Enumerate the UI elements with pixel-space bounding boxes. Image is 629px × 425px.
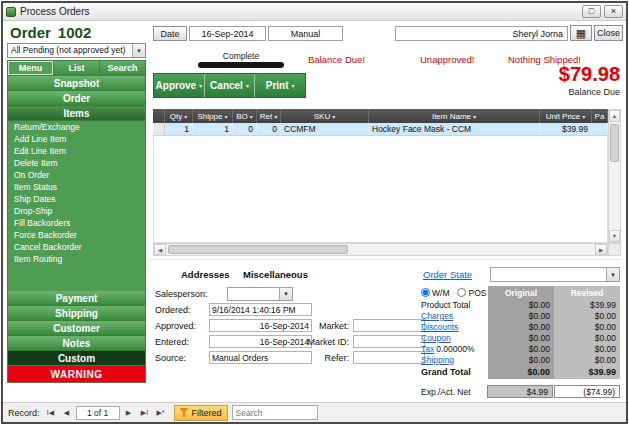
sidebar-item-cancel-backorder[interactable]: Cancel Backorder bbox=[8, 241, 145, 253]
discounts-link[interactable]: Discounts bbox=[421, 322, 488, 332]
vertical-scroll-thumb[interactable] bbox=[610, 124, 619, 162]
pos-radio-input[interactable] bbox=[457, 288, 466, 297]
market-id-label: Market ID: bbox=[303, 337, 349, 347]
previous-record-button[interactable]: ◀ bbox=[60, 406, 74, 420]
close-window-button[interactable]: × bbox=[604, 5, 623, 18]
cell-unit-price[interactable]: $39.99 bbox=[540, 123, 592, 135]
column-header-item-name[interactable]: Item Name▾ bbox=[369, 109, 540, 123]
sidebar-section-custom[interactable]: Custom bbox=[8, 351, 145, 366]
tax-link[interactable]: Tax bbox=[421, 344, 434, 354]
salesperson-combobox[interactable]: ▾ bbox=[227, 287, 293, 301]
sidebar-item-edit-line-item[interactable]: Edit Line Item bbox=[8, 145, 145, 157]
cell-qty[interactable]: 1 bbox=[165, 123, 193, 135]
market-id-field[interactable] bbox=[353, 335, 425, 348]
customer-name-field[interactable]: Sheryl Jorna bbox=[395, 26, 568, 41]
sidebar-item-delete-item[interactable]: Delete Item bbox=[8, 157, 145, 169]
sidebar-section-customer[interactable]: Customer bbox=[8, 321, 145, 336]
record-search-input[interactable] bbox=[232, 405, 318, 420]
order-date-field[interactable]: 16-Sep-2014 bbox=[189, 26, 266, 41]
tab-addresses[interactable]: Addresses bbox=[181, 269, 230, 280]
cell-ret[interactable]: 0 bbox=[257, 123, 281, 135]
source-field[interactable]: Manual Orders bbox=[209, 351, 312, 364]
cell-sku[interactable]: CCMFM bbox=[281, 123, 369, 135]
warning-button[interactable]: WARNING bbox=[8, 366, 145, 382]
column-header-sku[interactable]: SKU▾ bbox=[281, 109, 369, 123]
column-header-qty[interactable]: Qty▾ bbox=[165, 109, 193, 123]
cancel-button[interactable]: Cancel ▾ bbox=[205, 74, 256, 97]
tab-miscellaneous[interactable]: Miscellaneous bbox=[243, 269, 308, 280]
sidebar-section-order[interactable]: Order bbox=[8, 91, 145, 106]
pos-radio[interactable]: POS bbox=[457, 288, 486, 298]
horizontal-scroll-track[interactable] bbox=[166, 244, 595, 255]
sidebar-item-on-order[interactable]: On Order bbox=[8, 169, 145, 181]
sidebar-item-force-backorder[interactable]: Force Backorder bbox=[8, 229, 145, 241]
row-selector-header[interactable] bbox=[153, 109, 165, 123]
cell-pa[interactable] bbox=[592, 123, 608, 135]
row-selector[interactable] bbox=[153, 123, 165, 135]
scroll-right-icon[interactable]: ▶ bbox=[595, 244, 607, 255]
sidebar-section-payment[interactable]: Payment bbox=[8, 291, 145, 306]
vertical-scrollbar[interactable]: ▲ ▼ bbox=[608, 109, 621, 243]
approve-button[interactable]: Approve ▾ bbox=[154, 74, 205, 97]
sidebar-section-shipping[interactable]: Shipping bbox=[8, 306, 145, 321]
cell-shipped[interactable]: 1 bbox=[193, 123, 233, 135]
refer-field[interactable] bbox=[353, 351, 425, 364]
column-header-shipped[interactable]: Shippe▾ bbox=[193, 109, 233, 123]
column-header-unit-price[interactable]: Unit Price▾ bbox=[540, 109, 592, 123]
scroll-up-icon[interactable]: ▲ bbox=[609, 110, 620, 122]
vertical-scroll-track[interactable] bbox=[609, 122, 620, 230]
sidebar-section-notes[interactable]: Notes bbox=[8, 336, 145, 351]
scroll-left-icon[interactable]: ◀ bbox=[154, 244, 166, 255]
record-position[interactable]: 1 of 1 bbox=[76, 406, 120, 420]
window-controls: □ × bbox=[582, 5, 623, 18]
sidebar-item-item-status[interactable]: Item Status bbox=[8, 181, 145, 193]
column-header-ret[interactable]: Ret▾ bbox=[257, 109, 281, 123]
column-header-pa[interactable]: Pa bbox=[592, 109, 608, 123]
entered-field[interactable]: 16-Sep-2014 bbox=[209, 335, 312, 348]
tab-search[interactable]: Search bbox=[100, 61, 145, 75]
sidebar-item-ship-dates[interactable]: Ship Dates bbox=[8, 193, 145, 205]
approved-field[interactable]: 16-Sep-2014 bbox=[209, 319, 312, 332]
scroll-down-icon[interactable]: ▼ bbox=[609, 230, 620, 242]
charges-link[interactable]: Charges bbox=[421, 311, 488, 321]
order-filter-combobox[interactable]: All Pending (not approved yet) ▾ bbox=[7, 43, 146, 58]
cell-item-name[interactable]: Hockey Face Mask - CCM bbox=[369, 123, 540, 135]
restore-window-button[interactable]: □ bbox=[582, 5, 601, 18]
table-row[interactable]: 1 1 0 0 CCMFM Hockey Face Mask - CCM $39… bbox=[153, 123, 608, 136]
chevron-down-icon[interactable]: ▾ bbox=[606, 268, 619, 281]
wm-radio[interactable]: W/M bbox=[421, 288, 449, 298]
tab-list[interactable]: List bbox=[54, 61, 100, 75]
sidebar-item-add-line-item[interactable]: Add Line Item bbox=[8, 133, 145, 145]
sidebar-item-item-routing[interactable]: Item Routing bbox=[8, 253, 145, 265]
items-table-body[interactable] bbox=[153, 123, 608, 243]
order-state-link[interactable]: Order State bbox=[423, 269, 472, 280]
calendar-icon[interactable]: ▦ bbox=[570, 25, 592, 41]
sidebar-section-items[interactable]: Items bbox=[8, 106, 145, 121]
ordered-field[interactable]: 9/16/2014 1:40:16 PM bbox=[209, 303, 312, 316]
new-record-button[interactable]: ▶* bbox=[154, 406, 168, 420]
next-record-button[interactable]: ▶ bbox=[122, 406, 136, 420]
horizontal-scrollbar[interactable]: ◀ ▶ bbox=[153, 243, 608, 256]
last-record-button[interactable]: ▶I bbox=[138, 406, 152, 420]
tab-menu[interactable]: Menu bbox=[8, 61, 54, 75]
entry-mode-field[interactable]: Manual bbox=[268, 26, 343, 41]
sidebar-section-snapshot[interactable]: Snapshot bbox=[8, 76, 145, 91]
shipping-link[interactable]: Shipping bbox=[421, 355, 488, 365]
sidebar-item-drop-ship[interactable]: Drop-Ship bbox=[8, 205, 145, 217]
print-button[interactable]: Print ▾ bbox=[255, 74, 305, 97]
coupon-link[interactable]: Coupon bbox=[421, 333, 488, 343]
sidebar-item-fill-backorders[interactable]: Fill Backorders bbox=[8, 217, 145, 229]
chevron-down-icon[interactable]: ▾ bbox=[132, 44, 145, 57]
order-state-combobox[interactable]: ▾ bbox=[490, 267, 620, 282]
market-field[interactable] bbox=[353, 319, 425, 332]
horizontal-scroll-thumb[interactable] bbox=[168, 245, 348, 254]
filtered-indicator[interactable]: Filtered bbox=[174, 405, 228, 421]
first-record-button[interactable]: I◀ bbox=[44, 406, 58, 420]
date-button[interactable]: Date bbox=[153, 26, 187, 41]
cell-bo[interactable]: 0 bbox=[233, 123, 257, 135]
sidebar-item-return-exchange[interactable]: Return/Exchange bbox=[8, 121, 145, 133]
chevron-down-icon[interactable]: ▾ bbox=[279, 288, 292, 300]
wm-radio-input[interactable] bbox=[421, 288, 430, 297]
column-header-bo[interactable]: BO▾ bbox=[233, 109, 257, 123]
close-button[interactable]: Close bbox=[594, 25, 623, 41]
